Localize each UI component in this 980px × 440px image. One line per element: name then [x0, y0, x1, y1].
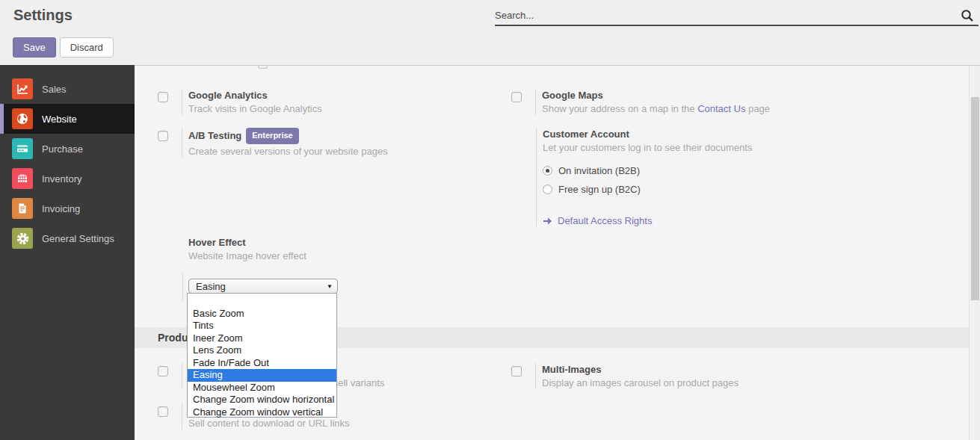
setting-desc: Track visits in Google Analytics	[188, 102, 322, 115]
header-buttons: Save Discard	[13, 37, 114, 58]
sidebar-item-label: Website	[42, 114, 77, 125]
globe-icon	[12, 108, 33, 129]
sales-chart-icon	[12, 78, 33, 99]
dropdown-option[interactable]: Basic Zoom	[188, 308, 336, 320]
sidebar-item-general-settings[interactable]: General Settings	[0, 223, 135, 253]
multi-images-checkbox[interactable]	[511, 366, 522, 377]
customer-account-block: Customer Account Let your customers log …	[536, 128, 850, 226]
search-icon[interactable]	[961, 9, 974, 22]
google-analytics-row: Google Analytics Track visits in Google …	[158, 89, 322, 115]
default-access-rights-link[interactable]: Default Access Rights	[543, 215, 850, 226]
setting-desc: Sell content to download or URL links	[188, 417, 350, 430]
building-icon	[12, 168, 33, 189]
hover-effect-dropdown: Basic ZoomTintsIneer ZoomLens ZoomFade I…	[187, 293, 337, 418]
hover-effect-block: Hover Effect Website Image hover effect …	[182, 236, 338, 301]
dropdown-option[interactable]: Mousewheel Zoom	[188, 382, 336, 394]
dropdown-option[interactable]: Tints	[188, 320, 336, 332]
dropdown-option[interactable]: Change Zoom window vertical	[188, 406, 336, 419]
sidebar-item-label: General Settings	[42, 233, 114, 244]
setting-title: Google Maps	[542, 89, 770, 102]
sidebar-item-inventory[interactable]: Inventory	[0, 164, 135, 193]
sidebar-item-label: Sales	[42, 84, 67, 95]
search-input[interactable]	[495, 10, 961, 21]
dropdown-option[interactable]: Fade In/Fade Out	[188, 357, 336, 370]
radio-on-invitation[interactable]: On invitation (B2B)	[543, 165, 850, 176]
chevron-down-icon: ▼	[327, 283, 333, 290]
sidebar: Sales Website	[0, 65, 135, 440]
radio-button-icon[interactable]	[543, 185, 552, 194]
sidebar-item-label: Invoicing	[42, 203, 80, 214]
google-maps-checkbox[interactable]	[511, 92, 522, 102]
setting-title: A/B TestingEnterprise	[188, 128, 388, 144]
cutoff-checkbox-remnant	[258, 66, 268, 69]
sidebar-item-label: Inventory	[42, 173, 81, 185]
sidebar-item-label: Purchase	[42, 143, 83, 155]
setting-desc: Website Image hover effect	[182, 250, 338, 262]
gear-icon	[12, 228, 33, 249]
settings-content: Google Analytics Track visits in Google …	[135, 65, 980, 440]
ab-testing-checkbox[interactable]	[158, 131, 168, 141]
setting-desc: Create several versions of your website …	[188, 145, 388, 158]
setting-desc: Let your customers log in to see their d…	[543, 141, 850, 154]
radio-label: On invitation (B2B)	[558, 165, 640, 176]
save-button[interactable]: Save	[13, 37, 56, 58]
digital-content-checkbox[interactable]	[158, 406, 168, 417]
sidebar-item-website[interactable]: Website	[0, 104, 135, 134]
setting-desc: Display an images carousel on product pa…	[542, 377, 739, 389]
dropdown-option[interactable]	[188, 295, 336, 308]
setting-title: Customer Account	[543, 128, 850, 140]
hover-effect-select[interactable]: Easing ▼	[188, 279, 338, 294]
search-bar[interactable]	[495, 6, 979, 26]
desc-text: Show your address on a map in the	[542, 103, 697, 114]
document-icon	[12, 198, 33, 219]
selected-option-label: Easing	[196, 281, 327, 292]
ab-testing-label: A/B Testing	[188, 130, 241, 141]
dropdown-option[interactable]: Easing	[188, 369, 336, 382]
dropdown-option[interactable]: Lens Zoom	[188, 344, 336, 357]
sidebar-item-invoicing[interactable]: Invoicing	[0, 193, 135, 223]
settings-app: Settings Save Discard	[0, 0, 980, 440]
google-maps-row: Google Maps Show your address on a map i…	[511, 89, 770, 115]
vertical-scrollbar[interactable]	[969, 66, 980, 440]
radio-label: Free sign up (B2C)	[558, 184, 641, 195]
discard-button[interactable]: Discard	[60, 37, 114, 58]
scrollbar-thumb[interactable]	[971, 97, 979, 300]
arrow-right-icon	[543, 217, 553, 226]
contact-us-link[interactable]: Contact Us	[697, 103, 745, 114]
setting-desc: Show your address on a map in the Contac…	[542, 102, 770, 115]
dropdown-option[interactable]: Ineer Zoom	[188, 332, 336, 345]
ab-testing-row: A/B TestingEnterprise Create several ver…	[158, 128, 388, 158]
sidebar-item-sales[interactable]: Sales	[0, 74, 135, 104]
sidebar-item-purchase[interactable]: Purchase	[0, 134, 135, 164]
desc-text: page	[745, 103, 770, 114]
setting-title: Google Analytics	[188, 89, 322, 102]
header: Settings Save Discard	[0, 0, 980, 65]
credit-card-icon	[12, 138, 33, 159]
google-analytics-checkbox[interactable]	[158, 92, 168, 102]
setting-title: Multi-Images	[542, 363, 739, 376]
page-title: Settings	[13, 7, 73, 24]
dropdown-option[interactable]: Change Zoom window horizontal	[188, 394, 336, 406]
link-label: Default Access Rights	[558, 215, 652, 226]
multi-images-row: Multi-Images Display an images carousel …	[511, 363, 739, 389]
enterprise-badge: Enterprise	[246, 128, 298, 144]
variants-checkbox[interactable]	[158, 366, 168, 377]
radio-button-icon[interactable]	[543, 166, 552, 176]
setting-title: Hover Effect	[182, 236, 338, 249]
radio-free-signup[interactable]: Free sign up (B2C)	[543, 184, 850, 195]
